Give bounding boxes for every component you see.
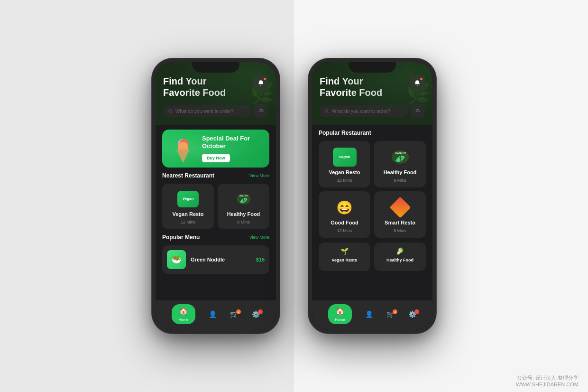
smart-resto-time: 8 Mins <box>394 228 406 233</box>
vegan-resto-card[interactable]: Vegan Vegan Resto 12 Mins <box>162 184 214 229</box>
popular-restaurant-header: Popular Restaurant <box>319 130 426 136</box>
popular-healthy-time: 8 Mins <box>394 178 406 183</box>
notch-1 <box>192 62 239 73</box>
svg-point-0 <box>169 110 172 112</box>
popular-menu-section-header: Popular Menu View More <box>162 234 269 241</box>
bell-dot-2 <box>420 77 423 81</box>
notch-2 <box>349 62 396 73</box>
healthy-logo-svg-2: HEALTHY <box>388 148 412 167</box>
popular-menu-view-more[interactable]: View More <box>249 235 269 240</box>
popular-vegan-card[interactable]: Vegan Vegan Resto 12 Mins <box>319 141 370 187</box>
search-bar-1[interactable]: What do you want to order? <box>163 105 251 117</box>
nav-home-1[interactable]: 🏠 Home <box>172 304 195 324</box>
popular-healthy-card[interactable]: HEALTHY Healthy Food 8 Mins <box>374 141 426 187</box>
banner-text: Special Deal For October Buy Now <box>197 135 263 162</box>
nav-cart-1[interactable]: 🛒 2 <box>230 310 238 318</box>
home-icon-2: 🏠 <box>335 307 345 316</box>
screen-1: 🌿 Find Your Favorite Food <box>156 62 276 330</box>
nearest-restaurant-grid: Vegan Vegan Resto 12 Mins <box>162 184 269 229</box>
smart-diamond-shape <box>389 196 411 218</box>
svg-text:HEALTHY: HEALTHY <box>239 194 248 196</box>
vegan-logo-img: Vegan <box>177 191 199 207</box>
svg-point-12 <box>325 110 328 112</box>
bell-button-2[interactable] <box>410 75 425 91</box>
search-bar-2[interactable]: What do you want to order? <box>320 105 408 117</box>
partial-vegan-name: Vegan Resto <box>331 258 357 262</box>
profile-icon-2: 👤 <box>365 310 373 318</box>
popular-smart-card[interactable]: Smart Resto 8 Mins <box>374 191 426 238</box>
settings-badge-1 <box>258 309 263 314</box>
smart-logo <box>389 198 411 217</box>
svg-line-13 <box>328 112 329 113</box>
partial-healthy-logo: 🥬 <box>396 247 404 255</box>
nav-settings-1[interactable]: ⚙️ <box>252 310 260 318</box>
partial-healthy-name: Healthy Food <box>386 258 413 262</box>
partial-vegan-card[interactable]: 🌱 Vegan Resto <box>319 243 370 271</box>
popular-vegan-time: 12 Mins <box>337 178 352 183</box>
profile-icon-1: 👤 <box>209 310 217 318</box>
app-title-1: Find Your Favorite Food <box>163 75 226 98</box>
leaf-pattern-2: 🌿 <box>404 62 432 125</box>
leaf-pattern-1: 🌿 <box>248 62 276 125</box>
bell-button-1[interactable] <box>253 75 268 91</box>
nearest-title: Nearest Restaurant <box>162 172 214 179</box>
nav-profile-2[interactable]: 👤 <box>365 310 373 318</box>
popular-vegan-name: Vegan Resto <box>329 169 360 175</box>
popular-vegan-logo: Vegan <box>333 148 357 167</box>
ice-cream-illustration <box>169 134 197 163</box>
nav-settings-2[interactable]: ⚙️ <box>408 310 416 318</box>
nearest-view-more[interactable]: View More <box>249 173 269 178</box>
home-label-1: Home <box>178 317 188 322</box>
search-placeholder-1: What do you want to order? <box>175 109 234 114</box>
buy-now-button[interactable]: Buy Now <box>202 154 230 162</box>
app-title-2: Find Your Favorite Food <box>320 75 382 98</box>
screen-2: 🌿 Find Your Favorite Food <box>312 62 432 330</box>
green-noddle-item[interactable]: 🥗 Green Noddle $15 <box>162 245 269 274</box>
healthy-food-card[interactable]: HEALTHY Healthy Food 8 Mins <box>218 184 269 229</box>
green-noddle-info: Green Noddle <box>191 257 251 262</box>
bottom-partial-cards: 🌱 Vegan Resto 🥬 Healthy Food <box>319 243 426 271</box>
bell-icon-2 <box>414 80 421 86</box>
bell-icon-1 <box>257 80 264 86</box>
home-label-2: Home <box>335 317 345 322</box>
good-food-name: Good Food <box>331 220 358 225</box>
search-icon-1 <box>168 109 173 113</box>
popular-healthy-logo: HEALTHY <box>388 148 412 167</box>
cone-body <box>176 149 190 163</box>
popular-menu-title: Popular Menu <box>162 234 200 241</box>
search-icon-2 <box>324 109 329 113</box>
nav-profile-1[interactable]: 👤 <box>209 310 217 318</box>
ice-cone <box>169 134 197 163</box>
phone-1: 🌿 Find Your Favorite Food <box>152 58 280 334</box>
cart-badge-2: 2 <box>393 309 397 314</box>
nav-home-2[interactable]: 🏠 Home <box>328 304 351 324</box>
popular-good-food-card[interactable]: 😄 Good Food 12 Mins <box>319 191 370 238</box>
home-icon-1: 🏠 <box>179 307 188 316</box>
healthy-logo: HEALTHY <box>232 189 256 208</box>
bottom-nav-2: 🏠 Home 👤 🛒 2 ⚙️ <box>312 300 432 330</box>
search-placeholder-2: What do you want to order? <box>332 109 390 114</box>
good-food-logo: 😄 <box>334 198 355 217</box>
vegan-logo: Vegan <box>176 189 200 208</box>
settings-badge-2 <box>414 309 419 314</box>
svg-text:HEALTHY: HEALTHY <box>395 151 406 154</box>
good-food-time: 12 Mins <box>337 228 352 233</box>
partial-healthy-card[interactable]: 🥬 Healthy Food <box>374 243 426 271</box>
banner-title: Special Deal For October <box>202 135 258 149</box>
healthy-logo-img: HEALTHY <box>234 191 253 207</box>
healthy-food-time: 8 Mins <box>237 220 250 224</box>
screen-content-2: Popular Restaurant Vegan Vegan Resto 12 … <box>312 125 432 300</box>
partial-vegan-logo: 🌱 <box>340 247 349 255</box>
popular-healthy-name: Healthy Food <box>384 169 417 175</box>
vegan-resto-time: 12 Mins <box>181 220 196 224</box>
screen-content-1: Special Deal For October Buy Now Nearest… <box>156 125 276 300</box>
nearest-section-header: Nearest Restaurant View More <box>162 172 269 179</box>
nav-cart-2[interactable]: 🛒 2 <box>386 310 395 318</box>
popular-restaurant-grid: Vegan Vegan Resto 12 Mins <box>319 141 426 238</box>
phone-2: 🌿 Find Your Favorite Food <box>308 58 436 334</box>
promo-banner[interactable]: Special Deal For October Buy Now <box>162 130 269 168</box>
popular-restaurant-title: Popular Restaurant <box>319 130 371 136</box>
green-noddle-img: 🥗 <box>167 250 186 269</box>
green-noddle-price: $15 <box>256 257 265 262</box>
smart-resto-name: Smart Resto <box>385 220 415 225</box>
